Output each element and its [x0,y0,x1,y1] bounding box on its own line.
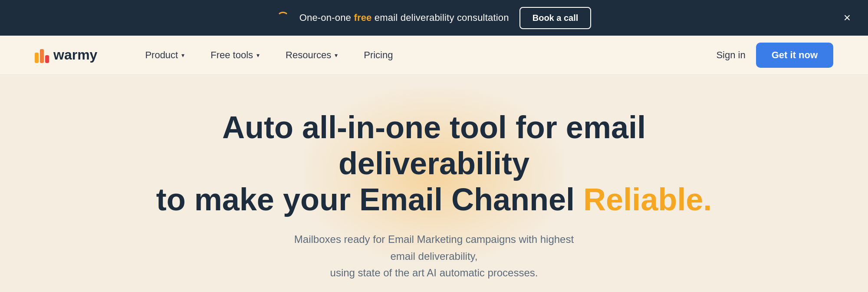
book-call-button[interactable]: Book a call [519,7,592,29]
nav-actions: Sign in Get it now [716,43,833,68]
nav-items: Product ▾ Free tools ▾ Resources ▾ Prici… [132,45,716,65]
nav-resources[interactable]: Resources ▾ [273,45,351,65]
announcement-bar: One-on-one free email deliverability con… [0,0,868,36]
chevron-down-icon: ▾ [256,52,260,59]
hero-title-highlight: Reliable. [583,182,712,217]
chevron-down-icon: ▾ [181,52,184,59]
logo-text: warmy [53,47,97,63]
navbar: warmy Product ▾ Free tools ▾ Resources ▾… [0,36,868,75]
logo-bar-2 [40,49,44,63]
announcement-text: One-on-one free email deliverability con… [299,12,509,23]
get-it-now-button[interactable]: Get it now [756,43,833,68]
hero-subtitle: Mailboxes ready for Email Marketing camp… [282,231,586,281]
nav-pricing[interactable]: Pricing [351,45,406,65]
hero-section: Auto all-in-one tool for email deliverab… [0,75,868,292]
loading-spinner-icon [277,12,289,24]
sign-in-button[interactable]: Sign in [716,50,745,61]
logo-icon [35,47,49,63]
nav-product[interactable]: Product ▾ [132,45,197,65]
logo-bar-3 [45,55,49,63]
chevron-down-icon: ▾ [335,52,338,59]
hero-title: Auto all-in-one tool for email deliverab… [130,110,738,217]
close-announcement-button[interactable]: × [844,12,851,24]
announcement-content: One-on-one free email deliverability con… [277,7,592,29]
announcement-highlight: free [354,12,372,23]
logo[interactable]: warmy [35,47,97,63]
nav-free-tools[interactable]: Free tools ▾ [197,45,273,65]
logo-bar-1 [35,53,39,63]
